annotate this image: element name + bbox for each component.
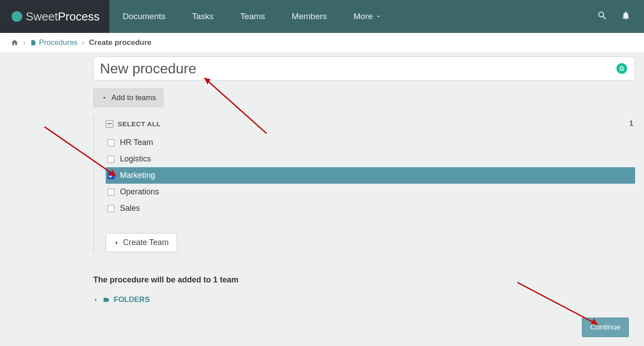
checkbox-icon	[107, 189, 115, 196]
search-icon[interactable]	[597, 10, 608, 23]
nav-right	[597, 10, 644, 23]
team-label: Logistics	[120, 154, 151, 164]
chevron-right-icon	[114, 240, 119, 245]
team-label: Marketing	[120, 171, 155, 180]
chevron-down-icon	[101, 94, 108, 101]
team-summary-text: The procedure will be added to 1 team	[93, 275, 635, 285]
team-item-sales[interactable]: Sales	[106, 200, 635, 217]
nav-tasks[interactable]: Tasks	[192, 12, 214, 21]
chevron-right-icon: ›	[82, 38, 85, 47]
checkbox-checked-icon	[107, 172, 115, 179]
nav-teams[interactable]: Teams	[240, 12, 265, 21]
topbar: SweetProcess Documents Tasks Teams Membe…	[0, 0, 644, 33]
team-label: Sales	[120, 204, 140, 213]
checkbox-icon	[107, 205, 115, 212]
nav-members[interactable]: Members	[292, 12, 327, 21]
team-label: Operations	[120, 187, 159, 197]
nav-more[interactable]: More	[354, 12, 382, 21]
grammarly-icon: G	[616, 63, 627, 74]
breadcrumb-procedures[interactable]: Procedures	[30, 38, 78, 47]
chevron-down-icon	[375, 13, 382, 20]
checkbox-icon	[107, 156, 115, 163]
procedure-title-input[interactable]	[93, 56, 635, 80]
team-item-operations[interactable]: Operations	[106, 184, 635, 200]
team-item-logistics[interactable]: Logistics	[106, 151, 635, 167]
team-label: HR Team	[120, 138, 153, 147]
folder-icon	[102, 297, 110, 303]
logo-icon	[12, 11, 22, 22]
brand-logo[interactable]: SweetProcess	[0, 0, 109, 33]
logo-text: SweetProcess	[26, 10, 99, 24]
checkbox-indeterminate-icon	[106, 120, 113, 128]
add-to-teams-button[interactable]: Add to teams	[93, 89, 163, 107]
team-item-marketing[interactable]: Marketing	[106, 167, 635, 184]
breadcrumb-home[interactable]	[11, 39, 19, 47]
team-item-hr[interactable]: HR Team	[106, 134, 635, 151]
checkbox-icon	[107, 139, 115, 146]
breadcrumb: › Procedures › Create procedure	[0, 33, 644, 53]
main-content: G Add to teams SELECT ALL 1 HR Team Logi…	[93, 53, 635, 304]
breadcrumb-current: Create procedure	[89, 38, 151, 47]
select-all-checkbox[interactable]: SELECT ALL	[106, 120, 161, 128]
bell-icon[interactable]	[621, 11, 631, 22]
teams-panel: SELECT ALL 1 HR Team Logistics Marketing…	[93, 115, 635, 252]
create-team-button[interactable]: Create Team	[106, 233, 177, 252]
document-icon	[30, 39, 36, 47]
nav-documents[interactable]: Documents	[123, 12, 165, 21]
primary-nav: Documents Tasks Teams Members More	[109, 12, 597, 21]
chevron-right-icon: ›	[23, 38, 26, 47]
team-list: HR Team Logistics Marketing Operations S…	[106, 134, 635, 218]
folders-toggle[interactable]: FOLDERS	[93, 295, 150, 304]
chevron-right-icon	[93, 297, 99, 302]
home-icon	[11, 39, 19, 47]
selected-count: 1	[629, 120, 635, 128]
